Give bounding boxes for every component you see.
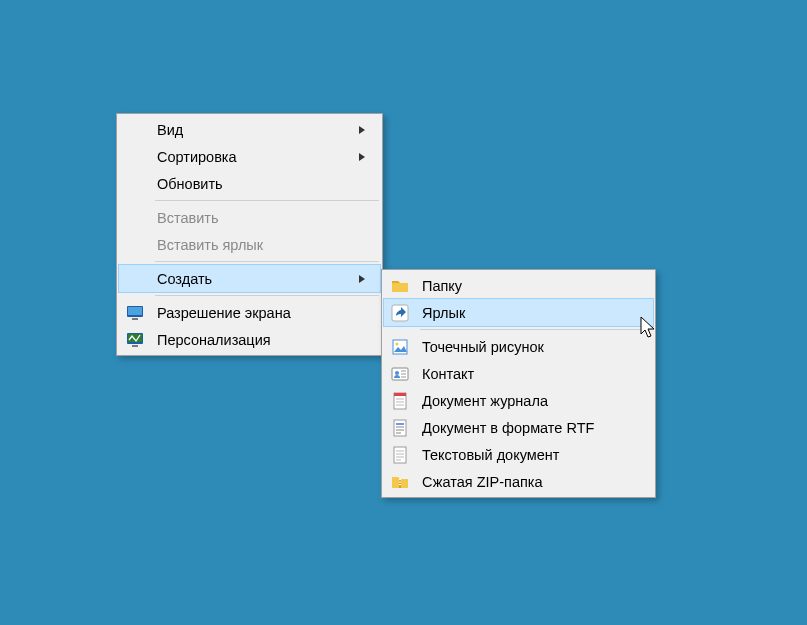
menu-label: Разрешение экрана	[151, 305, 372, 321]
menu-label: Контакт	[416, 366, 645, 382]
zip-icon	[384, 468, 416, 495]
empty-icon	[119, 265, 151, 292]
submenu-item-bitmap[interactable]: Точечный рисунок	[384, 333, 653, 360]
menu-label: Вставить ярлык	[151, 237, 372, 253]
menu-item-personalize[interactable]: Персонализация	[119, 326, 380, 353]
menu-label: Сортировка	[151, 149, 356, 165]
submenu-arrow-icon	[356, 275, 372, 283]
svg-rect-2	[132, 318, 138, 320]
menu-separator	[155, 261, 379, 262]
journal-icon	[384, 387, 416, 414]
desktop-context-menu: Вид Сортировка Обновить Вставить Вставит…	[116, 113, 383, 356]
menu-label: Документ в формате RTF	[416, 420, 645, 436]
submenu-item-zip[interactable]: Сжатая ZIP-папка	[384, 468, 653, 495]
menu-label: Обновить	[151, 176, 372, 192]
menu-separator	[420, 329, 652, 330]
folder-icon	[384, 272, 416, 299]
empty-icon	[119, 204, 151, 231]
empty-icon	[119, 170, 151, 197]
contact-icon	[384, 360, 416, 387]
text-icon	[384, 441, 416, 468]
menu-label: Вставить	[151, 210, 372, 226]
create-submenu: Папку Ярлык Точечный рисунок Контакт Док…	[381, 269, 656, 498]
submenu-item-text[interactable]: Текстовый документ	[384, 441, 653, 468]
submenu-item-shortcut[interactable]: Ярлык	[383, 298, 654, 327]
menu-item-view[interactable]: Вид	[119, 116, 380, 143]
menu-item-create[interactable]: Создать	[118, 264, 381, 293]
svg-rect-31	[399, 481, 401, 482]
menu-label: Ярлык	[416, 305, 645, 321]
menu-separator	[155, 295, 379, 296]
empty-icon	[119, 143, 151, 170]
menu-label: Создать	[151, 271, 356, 287]
menu-label: Вид	[151, 122, 356, 138]
submenu-arrow-icon	[356, 153, 372, 161]
empty-icon	[119, 231, 151, 258]
submenu-item-rtf[interactable]: Документ в формате RTF	[384, 414, 653, 441]
menu-separator	[155, 200, 379, 201]
menu-item-refresh[interactable]: Обновить	[119, 170, 380, 197]
empty-icon	[119, 116, 151, 143]
menu-label: Текстовый документ	[416, 447, 645, 463]
shortcut-icon	[384, 299, 416, 326]
svg-rect-1	[128, 307, 142, 315]
menu-item-paste: Вставить	[119, 204, 380, 231]
submenu-item-folder[interactable]: Папку	[384, 272, 653, 299]
menu-item-resolution[interactable]: Разрешение экрана	[119, 299, 380, 326]
bitmap-icon	[384, 333, 416, 360]
menu-label: Персонализация	[151, 332, 372, 348]
menu-item-sort[interactable]: Сортировка	[119, 143, 380, 170]
svg-rect-15	[394, 393, 406, 396]
svg-rect-30	[399, 479, 401, 480]
monitor-icon	[119, 299, 151, 326]
menu-label: Сжатая ZIP-папка	[416, 474, 645, 490]
rtf-icon	[384, 414, 416, 441]
svg-rect-5	[132, 345, 138, 347]
submenu-arrow-icon	[356, 126, 372, 134]
menu-label: Документ журнала	[416, 393, 645, 409]
personalize-icon	[119, 326, 151, 353]
svg-rect-19	[394, 420, 406, 436]
svg-point-10	[395, 371, 399, 375]
svg-point-8	[396, 342, 399, 345]
svg-rect-24	[394, 447, 406, 463]
svg-rect-32	[399, 484, 401, 485]
svg-rect-29	[399, 479, 401, 488]
submenu-item-contact[interactable]: Контакт	[384, 360, 653, 387]
menu-item-paste-shortcut: Вставить ярлык	[119, 231, 380, 258]
menu-label: Точечный рисунок	[416, 339, 645, 355]
menu-label: Папку	[416, 278, 645, 294]
submenu-item-journal[interactable]: Документ журнала	[384, 387, 653, 414]
